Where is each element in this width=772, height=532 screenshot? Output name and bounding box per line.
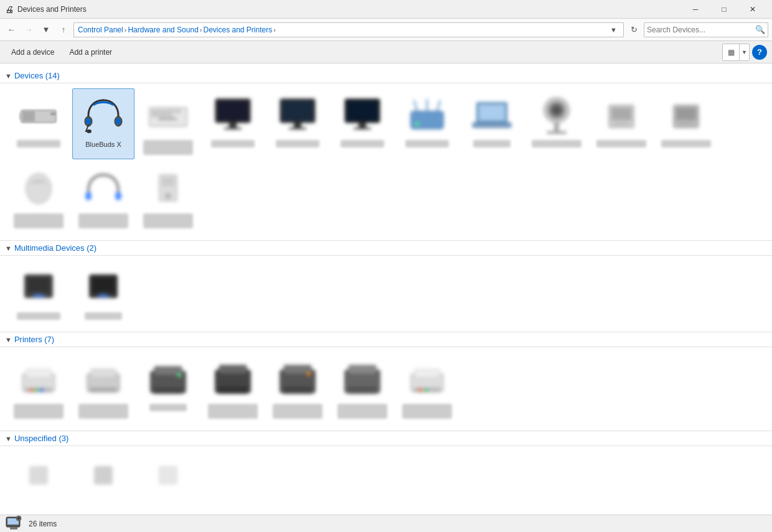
svg-point-53 [85, 192, 92, 200]
svg-point-52 [26, 174, 51, 203]
device-item-generic1[interactable] [590, 88, 652, 159]
device-item-bluebuds[interactable]: BlueBuds X [72, 88, 134, 159]
breadcrumb-devices[interactable]: Devices and Printers [203, 26, 272, 34]
app-icon: 🖨 [5, 4, 14, 14]
printer-label-3 [149, 404, 187, 411]
search-box: 🔍 [644, 22, 768, 37]
device-item-usb[interactable] [7, 88, 70, 159]
printer-item-1[interactable] [7, 352, 70, 423]
device-icon-monitor2 [275, 93, 320, 138]
printer-item-3[interactable] [137, 352, 199, 423]
view-dropdown-button[interactable]: ▼ [739, 44, 749, 60]
multimedia-section-header[interactable]: ▼ Multimedia Devices (2) [0, 240, 772, 256]
breadcrumb-hardware[interactable]: Hardware and Sound [128, 26, 198, 34]
dropdown-button[interactable]: ▼ [39, 22, 54, 37]
breadcrumb-dropdown[interactable]: ▼ [608, 26, 619, 34]
svg-rect-28 [289, 128, 306, 129]
unspecified-item-1[interactable] [7, 451, 70, 507]
svg-rect-31 [359, 123, 366, 128]
multimedia-section-title[interactable]: Multimedia Devices (2) [14, 243, 96, 253]
svg-rect-16 [152, 114, 157, 116]
svg-rect-76 [219, 365, 247, 374]
device-label-usb [17, 140, 60, 147]
device-label-keyboard [143, 140, 193, 155]
unspecified-grid [0, 449, 772, 515]
window-controls: ─ □ ✕ [681, 0, 767, 19]
device-icon-router [405, 93, 450, 138]
devices-chevron[interactable]: ▼ [5, 72, 12, 80]
view-button[interactable]: ▦ [723, 44, 739, 60]
device-label-monitor2 [276, 140, 319, 147]
svg-rect-33 [411, 111, 443, 129]
unspecified-section-title[interactable]: Unspecified (3) [14, 434, 68, 443]
devices-section-header[interactable]: ▼ Devices (14) [0, 68, 772, 83]
device-item-router[interactable] [396, 88, 458, 159]
device-item-webcam[interactable] [525, 88, 588, 159]
svg-rect-84 [347, 386, 377, 394]
close-button[interactable]: ✕ [738, 0, 767, 19]
device-item-monitor3[interactable] [331, 88, 393, 159]
svg-rect-90 [30, 467, 47, 484]
svg-point-81 [307, 372, 311, 376]
device-label-adapter [14, 213, 64, 228]
svg-rect-73 [153, 388, 183, 394]
device-item-monitor1[interactable] [202, 88, 264, 159]
device-label-generic1 [596, 140, 646, 147]
up-button[interactable]: ↑ [56, 22, 71, 37]
svg-rect-72 [154, 366, 182, 375]
printer-item-2[interactable] [72, 352, 134, 423]
refresh-button[interactable]: ↻ [626, 22, 641, 37]
svg-rect-95 [10, 527, 17, 530]
add-printer-button[interactable]: Add a printer [63, 44, 118, 60]
printer-label-5 [273, 404, 322, 419]
breadcrumb-control-panel[interactable]: Control Panel [78, 26, 123, 34]
svg-rect-15 [177, 110, 181, 113]
add-device-button[interactable]: Add a device [5, 44, 60, 60]
device-label-webcam [532, 140, 581, 147]
device-icon-monitor1 [210, 93, 255, 138]
device-item-keyboard[interactable] [137, 88, 199, 159]
svg-rect-14 [172, 110, 176, 113]
printer-item-4[interactable] [202, 352, 264, 423]
svg-rect-92 [159, 467, 177, 484]
svg-rect-13 [167, 110, 171, 113]
device-item-headset2[interactable] [72, 162, 134, 233]
breadcrumb-bar: Control Panel › Hardware and Sound › Dev… [73, 22, 624, 37]
help-button[interactable]: ? [752, 45, 767, 60]
device-item-generic2[interactable] [655, 88, 717, 159]
unspecified-item-3[interactable] [137, 451, 199, 507]
svg-rect-1 [22, 111, 35, 121]
printers-chevron[interactable]: ▼ [5, 336, 12, 343]
multimedia-icon-1 [16, 265, 61, 310]
devices-section-title[interactable]: Devices (14) [14, 71, 60, 80]
multimedia-item-1[interactable] [7, 261, 70, 324]
printer-icon-2 [81, 357, 126, 401]
svg-point-5 [86, 118, 91, 124]
svg-rect-30 [347, 101, 378, 121]
printer-item-7[interactable] [396, 352, 458, 423]
printer-label-6 [337, 404, 387, 419]
main-area: ▼ Devices (14) [0, 63, 772, 515]
device-item-laptop[interactable] [461, 88, 523, 159]
printers-section-header[interactable]: ▼ Printers (7) [0, 332, 772, 347]
back-button[interactable]: ← [4, 22, 19, 37]
multimedia-item-2[interactable] [72, 261, 134, 324]
printer-item-6[interactable] [331, 352, 393, 423]
printer-item-5[interactable] [266, 352, 329, 423]
svg-point-43 [552, 105, 562, 115]
printer-icon-1 [16, 357, 61, 401]
multimedia-chevron[interactable]: ▼ [5, 245, 12, 252]
maximize-button[interactable]: □ [710, 0, 738, 19]
unspecified-chevron[interactable]: ▼ [5, 435, 12, 442]
device-item-adapter[interactable] [7, 162, 70, 233]
forward-button[interactable]: → [21, 22, 36, 37]
minimize-button[interactable]: ─ [681, 0, 710, 19]
device-item-desktop[interactable] [137, 162, 199, 233]
search-input[interactable] [647, 26, 755, 34]
device-item-monitor2[interactable] [266, 88, 329, 159]
content-panel[interactable]: ▼ Devices (14) [0, 63, 772, 515]
unspecified-section-header[interactable]: ▼ Unspecified (3) [0, 431, 772, 446]
unspecified-item-2[interactable] [72, 451, 134, 507]
printers-section-title[interactable]: Printers (7) [14, 335, 54, 344]
status-bar: 26 items [0, 515, 772, 532]
